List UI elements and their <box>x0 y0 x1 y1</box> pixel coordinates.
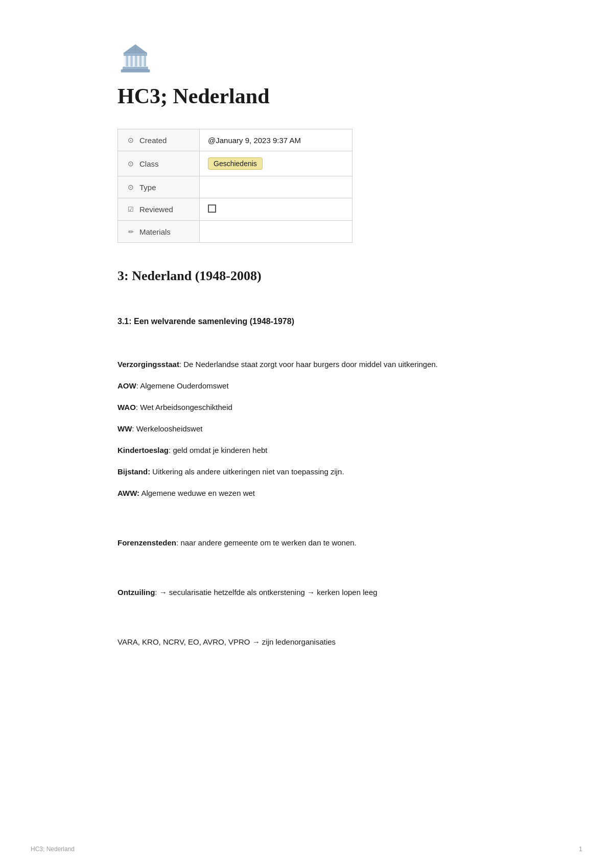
logo-icon <box>117 41 496 84</box>
separator-3: : <box>132 424 136 433</box>
page-footer: HC3; Nederland 1 <box>0 846 613 853</box>
content-block-forenzensteden: Forenzensteden: naar andere gemeente om … <box>117 537 496 549</box>
content-block-aww: AWW: Algemene weduwe en wezen wet <box>117 487 496 499</box>
metadata-table: ⊙ Created @January 9, 2023 9:37 AM ⊙ Cla… <box>117 129 352 243</box>
content-block-kindertoeslag: Kindertoeslag: geld omdat je kinderen he… <box>117 444 496 456</box>
separator-2: : <box>136 403 140 412</box>
class-icon: ⊙ <box>126 159 135 168</box>
svg-rect-0 <box>121 70 150 72</box>
definition-aow: Algemene Ouderdomswet <box>140 381 228 390</box>
term-ontzuiling: Ontzuiling <box>117 588 155 597</box>
svg-rect-6 <box>139 56 142 66</box>
term-forenzensteden: Forenzensteden <box>117 538 176 547</box>
svg-rect-8 <box>124 53 147 56</box>
term-wao: WAO <box>117 403 136 412</box>
term-ww: WW <box>117 424 132 433</box>
footer-left: HC3; Nederland <box>31 846 75 853</box>
term-kindertoeslag: Kindertoeslag <box>117 446 169 454</box>
metadata-label-type: Type <box>139 183 156 192</box>
content-block-aow: AOW: Algemene Ouderdomswet <box>117 380 496 392</box>
content-block-vara: VARA, KRO, NCRV, EO, AVRO, VPRO → zijn l… <box>117 636 496 648</box>
svg-rect-7 <box>144 56 146 66</box>
definition-vara: VARA, KRO, NCRV, EO, AVRO, VPRO → zijn l… <box>117 637 336 646</box>
metadata-row-materials: ✏ Materials <box>118 221 352 243</box>
term-aow: AOW <box>117 381 136 390</box>
footer-right: 1 <box>579 846 582 853</box>
class-badge[interactable]: Geschiedenis <box>208 157 263 170</box>
separator-o: : → <box>155 588 169 597</box>
clock-icon: ⊙ <box>126 135 135 145</box>
term-bijstand: Bijstand: <box>117 467 150 476</box>
content-block-verzorgingsstaat: Verzorgingsstaat: De Nederlandse staat z… <box>117 358 496 371</box>
type-icon: ⊙ <box>126 182 135 192</box>
reviewed-icon: ☑ <box>126 205 135 214</box>
content-block-wao: WAO: Wet Arbeidsongeschiktheid <box>117 401 496 414</box>
definition-verzorgingsstaat: De Nederlandse staat zorgt voor haar bur… <box>183 360 438 369</box>
metadata-label-class: Class <box>139 159 159 168</box>
content-block-ww: WW: Werkeloosheidswet <box>117 423 496 435</box>
metadata-row-type: ⊙ Type <box>118 176 352 198</box>
section-heading: 3: Nederland (1948-2008) <box>117 268 496 284</box>
metadata-row-created: ⊙ Created @January 9, 2023 9:37 AM <box>118 129 352 151</box>
materials-icon: ✏ <box>126 227 135 236</box>
definition-ontzuiling: secularisatie hetzelfde als ontkerstenin… <box>169 588 378 597</box>
reviewed-checkbox[interactable] <box>208 204 216 213</box>
definition-aww: Algemene weduwe en wezen wet <box>141 489 255 497</box>
definition-ww: Werkeloosheidswet <box>136 424 203 433</box>
term-verzorgingsstaat: Verzorgingsstaat <box>117 360 179 369</box>
page-title: HC3; Nederland <box>117 84 496 108</box>
definition-bijstand: Uitkering als andere uitkeringen niet va… <box>152 467 344 476</box>
svg-rect-4 <box>130 56 132 66</box>
metadata-value-created: @January 9, 2023 9:37 AM <box>208 136 301 145</box>
definition-forenzensteden: naar andere gemeente om te werken dan te… <box>180 538 356 547</box>
subsection-heading: 3.1: Een welvarende samenleving (1948-19… <box>117 317 496 326</box>
metadata-row-class: ⊙ Class Geschiedenis <box>118 151 352 176</box>
svg-rect-1 <box>123 67 148 70</box>
definition-kindertoeslag: geld omdat je kinderen hebt <box>173 446 267 454</box>
metadata-label-reviewed: Reviewed <box>139 205 173 214</box>
svg-rect-5 <box>135 56 137 66</box>
content-block-ontzuiling: Ontzuiling: → secularisatie hetzelfde al… <box>117 586 496 599</box>
metadata-row-reviewed: ☑ Reviewed <box>118 198 352 221</box>
svg-rect-3 <box>126 56 128 66</box>
term-aww: AWW: <box>117 489 139 497</box>
metadata-label-materials: Materials <box>139 227 171 236</box>
separator-0: : <box>179 360 183 369</box>
definition-wao: Wet Arbeidsongeschiktheid <box>140 403 232 412</box>
metadata-label-created: Created <box>139 136 167 145</box>
content-block-bijstand: Bijstand: Uitkering als andere uitkering… <box>117 466 496 478</box>
